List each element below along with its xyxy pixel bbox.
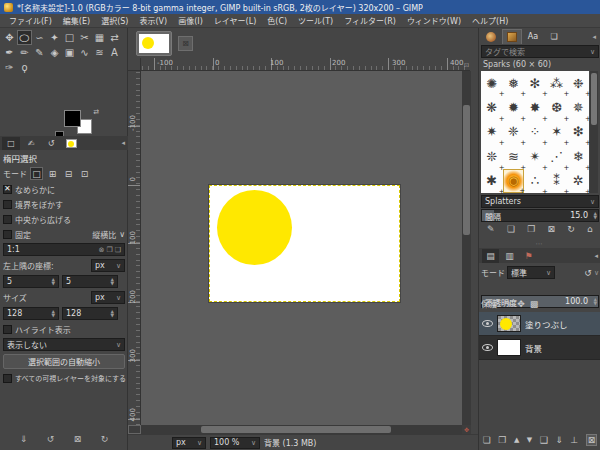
- tab-document-history[interactable]: ❏: [544, 29, 564, 44]
- layer-row-fill[interactable]: 塗りつぶし: [479, 312, 600, 336]
- tab-image-thumbnail[interactable]: [62, 137, 80, 150]
- menu-edit[interactable]: 編集(E): [58, 14, 95, 27]
- menu-select[interactable]: 選択(S): [96, 14, 133, 27]
- open-brush-icon[interactable]: ⌂: [587, 224, 593, 234]
- brush-item[interactable]: ⁘: [524, 120, 546, 144]
- brush-item[interactable]: ⁂: [546, 71, 568, 95]
- position-unit-dropdown[interactable]: px ∨: [91, 259, 125, 272]
- layer-name[interactable]: 背景: [525, 342, 542, 354]
- brush-item[interactable]: ✶: [546, 120, 568, 144]
- lower-layer-icon[interactable]: ▼: [527, 436, 532, 444]
- refresh-brushes-icon[interactable]: ↻: [567, 224, 575, 234]
- zoom-dropdown[interactable]: 100 % ∨: [210, 437, 260, 449]
- menu-image[interactable]: 画像(I): [173, 14, 208, 27]
- ellipse-select-tool[interactable]: ○: [17, 30, 32, 45]
- edit-brush-icon[interactable]: ✎: [487, 224, 495, 234]
- antialias-checkbox[interactable]: [3, 185, 12, 194]
- vertical-scrollbar-thumb[interactable]: [463, 105, 470, 235]
- mode-subtract-button[interactable]: ⊟: [62, 167, 75, 180]
- tab-channels[interactable]: ▥: [501, 249, 518, 263]
- portrait-icon[interactable]: ❒: [106, 246, 112, 254]
- dock-collapse-icon[interactable]: ◂: [594, 252, 598, 260]
- ruler-corner[interactable]: [128, 58, 141, 71]
- mode-intersect-button[interactable]: ⊡: [78, 167, 91, 180]
- rectangle-select-tool[interactable]: □: [62, 30, 77, 45]
- eraser-tool[interactable]: ◈: [47, 45, 62, 60]
- brush-item[interactable]: ❊: [481, 144, 503, 168]
- tab-paths[interactable]: ⚑: [520, 249, 537, 263]
- raise-layer-icon[interactable]: ▲: [514, 436, 519, 444]
- brush-item-selected[interactable]: ◉: [503, 169, 525, 193]
- menu-filters[interactable]: フィルター(R): [339, 14, 401, 27]
- brush-item[interactable]: ❄: [567, 144, 589, 168]
- new-group-icon[interactable]: ❐: [498, 435, 506, 445]
- brush-item[interactable]: ❆: [546, 95, 568, 119]
- clone-tool[interactable]: ▣: [62, 45, 77, 60]
- menu-layer[interactable]: レイヤー(L): [209, 14, 261, 27]
- brush-item[interactable]: ❋: [481, 95, 503, 119]
- fixed-checkbox[interactable]: [3, 230, 12, 239]
- brush-item[interactable]: ⋰: [546, 144, 568, 168]
- brush-item[interactable]: ✴: [524, 144, 546, 168]
- size-unit-dropdown[interactable]: px ∨: [91, 291, 125, 304]
- brush-item[interactable]: ≋: [503, 144, 525, 168]
- swap-colors-icon[interactable]: ⇄: [93, 108, 99, 116]
- shrink-merged-checkbox[interactable]: [3, 374, 12, 383]
- menu-help[interactable]: ヘルプ(H): [467, 14, 513, 27]
- brush-item[interactable]: ❈: [503, 120, 525, 144]
- brush-item[interactable]: ✺: [481, 71, 503, 95]
- dock-collapse-icon[interactable]: ◂: [121, 139, 125, 147]
- anchor-layer-icon[interactable]: ⊥: [570, 435, 578, 445]
- pencil-tool[interactable]: ✏: [17, 45, 32, 60]
- fuzzy-select-tool[interactable]: ✦: [47, 30, 62, 45]
- layer-name[interactable]: 塗りつぶし: [525, 318, 568, 330]
- layer-mode-dropdown[interactable]: 標準 ∨: [507, 266, 555, 279]
- auto-shrink-button[interactable]: 選択範囲の自動縮小: [3, 354, 125, 369]
- color-picker-tool[interactable]: ✑: [2, 60, 17, 75]
- blend-space-chevron-icon[interactable]: ∨: [594, 269, 599, 277]
- size-width-input[interactable]: 128: [3, 307, 59, 320]
- zoom-tool[interactable]: ϙ: [17, 60, 32, 75]
- reset-mode-icon[interactable]: ↺: [584, 268, 592, 278]
- size-height-input[interactable]: 128: [62, 307, 118, 320]
- dock-splitter[interactable]: ⋯: [479, 240, 600, 248]
- fixed-value-dropdown[interactable]: 縦横比: [92, 229, 116, 240]
- image-tab[interactable]: [136, 31, 172, 56]
- move-tool[interactable]: ✥: [2, 30, 17, 45]
- free-select-tool[interactable]: ∽: [32, 30, 47, 45]
- vertical-ruler[interactable]: -100 0 100 200 300 400: [128, 71, 141, 425]
- canvas-viewport[interactable]: [141, 71, 462, 425]
- foreground-color-swatch[interactable]: [64, 110, 81, 127]
- duplicate-brush-icon[interactable]: ❐: [527, 224, 535, 234]
- crop-tool[interactable]: ✂: [77, 30, 92, 45]
- tab-brushes[interactable]: [481, 29, 501, 44]
- lock-pixels-icon[interactable]: ✎: [505, 299, 513, 309]
- brush-item[interactable]: ❇: [567, 120, 589, 144]
- guides-dropdown[interactable]: 表示しない ∨: [3, 338, 125, 351]
- brush-item[interactable]: ✵: [567, 95, 589, 119]
- restore-preset-icon[interactable]: ↺: [47, 434, 55, 444]
- position-x-input[interactable]: 5: [3, 275, 59, 288]
- brush-item[interactable]: ✸: [524, 95, 546, 119]
- brush-item[interactable]: ✷: [481, 120, 503, 144]
- spinner-icon[interactable]: [111, 310, 114, 318]
- brush-item[interactable]: ∴: [524, 169, 546, 193]
- brush-item[interactable]: ✻: [524, 71, 546, 95]
- navigation-button[interactable]: ✥: [462, 425, 471, 434]
- titlebar[interactable]: *[名称未設定]-1.0 (RGBカラー 8-bit gamma integer…: [0, 0, 600, 14]
- brush-grid-scrollbar[interactable]: [590, 71, 598, 193]
- merge-layer-icon[interactable]: ⇓: [555, 435, 563, 445]
- highlight-checkbox[interactable]: [3, 325, 12, 334]
- reset-options-icon[interactable]: ↻: [101, 434, 109, 444]
- tab-fonts[interactable]: Aa: [523, 29, 543, 44]
- unified-transform-tool[interactable]: ▦: [92, 30, 107, 45]
- save-preset-icon[interactable]: ⇓: [20, 434, 28, 444]
- brush-tag-entry[interactable]: Splatters ∨: [481, 195, 599, 208]
- brush-item[interactable]: ✹: [503, 95, 525, 119]
- spinner-icon[interactable]: [594, 212, 597, 220]
- unit-dropdown[interactable]: px ∨: [172, 437, 206, 449]
- new-brush-icon[interactable]: ❏: [507, 224, 515, 234]
- delete-layer-icon[interactable]: ⊠: [586, 434, 598, 446]
- horizontal-ruler[interactable]: -100 0 100 200 300 400: [141, 58, 470, 71]
- delete-preset-icon[interactable]: ⊠: [74, 434, 82, 444]
